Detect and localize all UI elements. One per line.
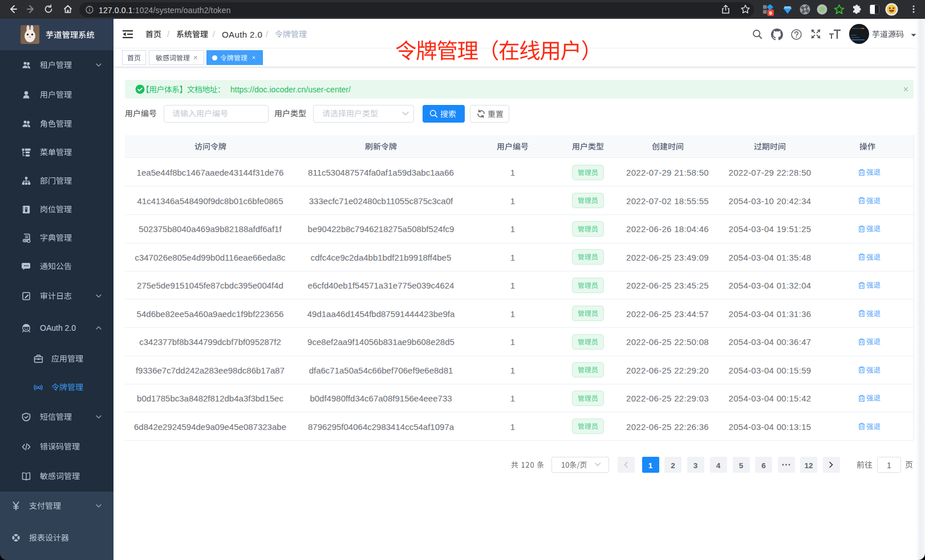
svg-text:9: 9: [769, 10, 772, 16]
svg-text:A: A: [37, 385, 40, 389]
